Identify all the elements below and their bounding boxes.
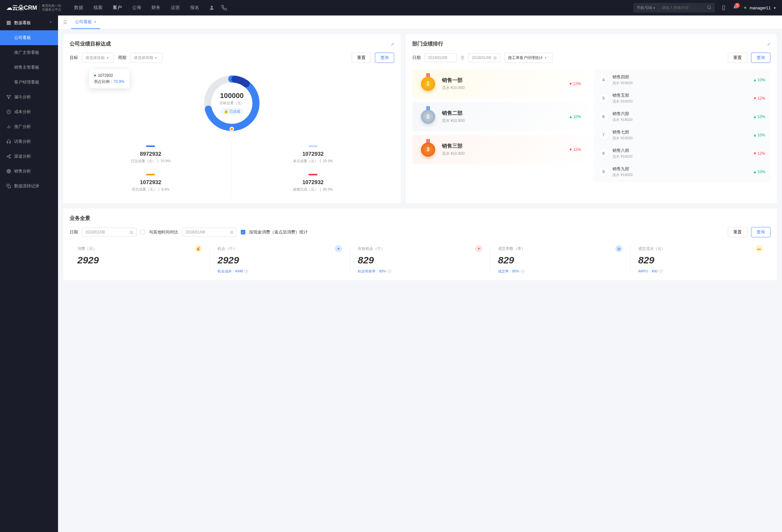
rank-item[interactable]: 5 销售五部 流水 ¥19020 ▼ 12% xyxy=(594,89,771,107)
overview-metric: 成交流水（元） ▬ 829ARPU：¥80 ? xyxy=(630,245,771,274)
date-label: 日期 xyxy=(70,229,78,235)
nav-customers[interactable]: 客户 xyxy=(113,5,122,11)
target-icon xyxy=(6,169,11,174)
help-icon[interactable]: ? xyxy=(521,270,525,274)
date-label: 日期 xyxy=(412,55,421,61)
metric-label: 成交单数（单） xyxy=(498,246,525,251)
help-icon[interactable]: ? xyxy=(387,270,391,274)
gauge-tooltip: 1072932 所占比例：70.9% xyxy=(89,69,130,88)
help-icon[interactable]: ? xyxy=(659,270,663,274)
metric-label: 机会（个） xyxy=(218,246,237,251)
sidebar-item-company[interactable]: 公司看板 xyxy=(0,30,58,45)
sidebar-item-cost[interactable]: 成本分析 xyxy=(0,104,58,119)
stat-bar xyxy=(309,145,318,147)
cash-checkbox[interactable]: ✓ xyxy=(241,230,245,235)
logo[interactable]: ☁云朵CRM 教育机构一站式服务云平台 xyxy=(6,4,61,11)
overview-date2[interactable]: 2018/01/08▦ xyxy=(182,227,237,237)
svg-line-2 xyxy=(710,8,711,9)
search-type-select[interactable]: 手机号码▾ xyxy=(633,3,659,12)
close-icon[interactable]: × xyxy=(94,19,96,25)
metric-value: 829 xyxy=(638,255,763,266)
goal-title: 公司业绩目标达成 xyxy=(70,41,111,47)
main-nav: 数据 线索 客户 公海 财务 运营 报名 xyxy=(74,5,199,11)
metric-icon: ▬ xyxy=(755,245,763,252)
gauge-chart: 100000 目标总量（元） 👍已达成 xyxy=(201,73,262,134)
dashboard-icon xyxy=(6,21,11,25)
nav-data[interactable]: 数据 xyxy=(74,5,83,11)
nav-public[interactable]: 公海 xyxy=(132,5,141,11)
expand-icon[interactable]: ⤢ xyxy=(767,42,771,46)
svg-rect-22 xyxy=(8,185,11,188)
nav-ops[interactable]: 运营 xyxy=(171,5,180,11)
overview-date1[interactable]: 2018/01/08▦ xyxy=(82,227,137,237)
rank-item[interactable]: 7 销售七部 流水 ¥19020 ▲ 10% xyxy=(594,126,771,144)
sidebar-item-funnel[interactable]: 漏斗分析 xyxy=(0,90,58,104)
stat-bar xyxy=(309,174,318,175)
help-icon[interactable]: ? xyxy=(244,270,248,274)
medal-card[interactable]: 3 销售三部 流水 ¥10,900 ▼ 12% xyxy=(412,135,589,164)
rank-item[interactable]: 8 销售八部 流水 ¥19020 ▼ 12% xyxy=(594,144,771,163)
medal-card[interactable]: 1 销售一部 流水 ¥10,900 ▼ 12% xyxy=(412,69,589,98)
chevron-down-icon: ▾ xyxy=(774,6,776,10)
dept-revenue: 流水 ¥10,900 xyxy=(442,85,563,91)
tab-company-board[interactable]: 公司看板× xyxy=(71,15,100,29)
reset-button[interactable]: 重置 xyxy=(728,227,747,237)
reset-button[interactable]: 重置 xyxy=(728,52,747,63)
topbar: ☁云朵CRM 教育机构一站式服务云平台 数据 线索 客户 公海 财务 运营 报名… xyxy=(0,0,782,15)
username: manager11 xyxy=(749,5,771,10)
dept-name: 销售二部 xyxy=(442,110,563,117)
notifications[interactable]: 5 xyxy=(733,5,738,11)
rank-item[interactable]: 4 销售四部 流水 ¥19020 ▲ 10% xyxy=(594,71,771,89)
sidebar-item-sales[interactable]: 销售分析 xyxy=(0,164,58,179)
phone-icon[interactable] xyxy=(221,5,227,11)
sidebar-item-flow[interactable]: 数据流转记录 xyxy=(0,179,58,193)
arrow-icon: ▼ xyxy=(569,147,572,152)
date-to[interactable]: 2018/01/08▦ xyxy=(468,53,501,62)
rank-number: 5 xyxy=(599,94,608,103)
sidebar-item-promo-mgr[interactable]: 推广主管看板 xyxy=(0,45,58,60)
tabbar: ☰ 公司看板× xyxy=(58,15,782,29)
mobile-icon[interactable] xyxy=(721,5,726,10)
query-button[interactable]: 查询 xyxy=(751,52,771,63)
user-icon[interactable] xyxy=(209,5,215,11)
target-select[interactable]: 请选择目标▾ xyxy=(82,53,114,63)
rank-number: 4 xyxy=(599,75,608,84)
stat-by-select[interactable]: 按工单客户经理统计▾ xyxy=(504,53,553,63)
svg-rect-7 xyxy=(7,23,8,25)
search-box: 手机号码▾ xyxy=(633,3,715,12)
metric-footer: 成交率：80% ? xyxy=(498,269,623,274)
nav-finance[interactable]: 财务 xyxy=(151,5,161,11)
medal-icon: 3 xyxy=(420,142,436,158)
medal-card[interactable]: 2 销售二部 流水 ¥10,900 ▲ 10% xyxy=(412,102,589,131)
search-icon xyxy=(707,5,711,10)
compare-checkbox[interactable] xyxy=(141,230,145,235)
reset-button[interactable]: 重置 xyxy=(352,52,371,63)
rank-item[interactable]: 6 销售六部 流水 ¥19020 ▲ 10% xyxy=(594,107,771,126)
rank-item[interactable]: 9 销售九部 流水 ¥19020 ▲ 10% xyxy=(594,163,771,181)
svg-line-18 xyxy=(8,155,9,156)
menu-toggle[interactable]: ☰ xyxy=(62,19,69,26)
nav-enroll[interactable]: 报名 xyxy=(190,5,199,11)
chart-icon xyxy=(6,125,11,129)
date-from[interactable]: 2018/01/08 xyxy=(425,53,457,62)
user-menu[interactable]: manager11 ▾ xyxy=(744,5,776,10)
rank-number: 6 xyxy=(599,112,608,121)
sidebar-item-account-mgr[interactable]: 客户经理看板 xyxy=(0,75,58,90)
sidebar-item-channel[interactable]: 渠道分析 xyxy=(0,149,58,164)
metric-label: 有效机会（个） xyxy=(358,246,385,251)
query-button[interactable]: 查询 xyxy=(751,227,771,237)
stat-value: 1072932 xyxy=(70,179,232,186)
query-button[interactable]: 查询 xyxy=(375,52,394,63)
overview-card: 业务全景 日期 2018/01/08▦ 与其他时间对比 2018/01/08▦ … xyxy=(63,209,777,280)
period-select[interactable]: 请选择周期▾ xyxy=(130,53,163,63)
svg-point-14 xyxy=(9,154,11,156)
search-input[interactable] xyxy=(659,5,704,10)
sidebar-group-dashboard[interactable]: 数据看板 ˄ xyxy=(0,15,58,30)
search-button[interactable] xyxy=(704,5,715,11)
sidebar: 数据看板 ˄ 公司看板 推广主管看板 销售主管看板 客户经理看板 漏斗分析 成本… xyxy=(0,15,58,532)
sidebar-item-sales-mgr[interactable]: 销售主管看板 xyxy=(0,60,58,75)
expand-icon[interactable]: ⤢ xyxy=(391,42,394,46)
sidebar-item-visitor[interactable]: 访客分析 xyxy=(0,134,58,149)
sidebar-item-promo[interactable]: 推广分析 xyxy=(0,119,58,134)
nav-leads[interactable]: 线索 xyxy=(94,5,103,11)
